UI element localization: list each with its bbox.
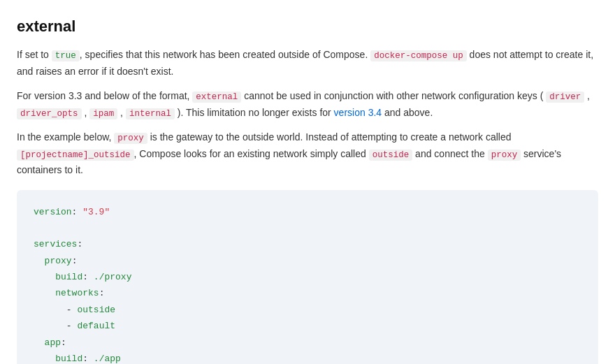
section-title: external (17, 14, 598, 38)
p1-text-mid: , specifies that this network has been c… (80, 49, 370, 60)
p2-code-internal: internal (126, 108, 175, 119)
p1-text-pre: If set to (17, 49, 52, 60)
p1-code-docker: docker-compose up (370, 50, 467, 61)
p3-text-pre: In the example below, (17, 131, 114, 143)
code-line: app: (34, 335, 581, 351)
p3-code-outside: outside (369, 150, 413, 161)
p2-text-pre: For version 3.3 and below of the format, (17, 90, 192, 101)
p2-text-post: ). This limitation no longer exists for (175, 107, 334, 118)
p2-sep3: , (117, 107, 126, 118)
p2-code-driver: driver (546, 92, 584, 103)
p3-text-mid3: and connect the (412, 148, 487, 159)
code-line: build: ./app (34, 351, 581, 364)
version-34-link[interactable]: version 3.4 (334, 107, 382, 118)
p2-code-driver-opts: driver_opts (17, 108, 82, 119)
p2-sep1: , (584, 90, 590, 101)
p3-code-proxy2: proxy (488, 150, 521, 161)
p3-code-proxy1: proxy (114, 133, 147, 144)
paragraph-1: If set to true, specifies that this netw… (17, 47, 598, 80)
code-line (34, 220, 581, 236)
paragraph-2: For version 3.3 and below of the format,… (17, 88, 598, 121)
paragraph-3: In the example below, proxy is the gatew… (17, 129, 598, 178)
code-line: version: "3.9" (34, 204, 581, 220)
p3-text-mid2: , Compose looks for an existing network … (134, 148, 369, 159)
code-line: networks: (34, 285, 581, 301)
code-line: - outside (34, 302, 581, 318)
p2-text-mid: cannot be used in conjunction with other… (241, 90, 546, 101)
code-block: version: "3.9" services: proxy: build: .… (17, 190, 598, 365)
code-line: - default (34, 318, 581, 334)
p2-sep2: , (82, 107, 90, 118)
p1-code-true: true (52, 50, 80, 61)
code-line: services: (34, 236, 581, 252)
p2-text-end: and above. (382, 107, 433, 118)
code-line: proxy: (34, 253, 581, 269)
p2-code-ipam: ipam (89, 108, 117, 119)
code-line: build: ./proxy (34, 269, 581, 285)
p3-text-mid1: is the gateway to the outside world. Ins… (147, 131, 512, 143)
p3-code-projectname: [projectname]_outside (17, 150, 134, 161)
p2-code-external: external (192, 92, 241, 103)
